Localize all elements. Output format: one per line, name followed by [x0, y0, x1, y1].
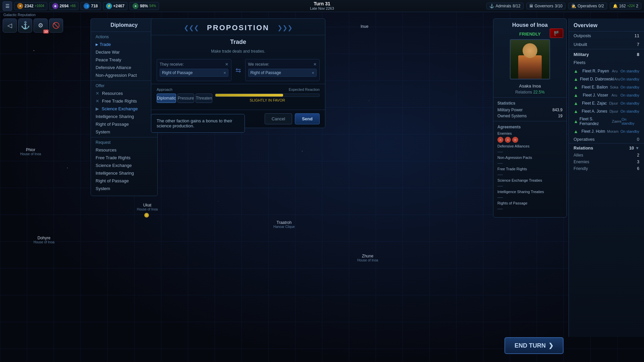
- resource-group-influence: ★ 2342 +1604: [14, 2, 47, 10]
- fleet-3-loc: Soka: [610, 85, 618, 89]
- offer-passage-label: Right of Passage: [96, 122, 129, 127]
- admirals-label: Admirals: [496, 4, 512, 8]
- fleet-arrow-1: ▲: [574, 68, 578, 74]
- notification-count: 2: [636, 4, 638, 8]
- fleet-7[interactable]: ▲ Fleet S. Fernandez Zaere On standby: [569, 115, 644, 127]
- approach-diplomatic[interactable]: Diplomatic: [157, 94, 176, 103]
- fleet-3[interactable]: ▲ Fleet E. Bailon Soka On standby: [569, 83, 644, 91]
- they-item-remove[interactable]: ✕: [223, 71, 226, 75]
- action-defensive-alliance[interactable]: Defensive Alliance: [91, 64, 157, 71]
- military-label: Military: [574, 52, 589, 57]
- tooltip-text: The other faction gains a bonus to their…: [157, 118, 232, 128]
- approach-threaten[interactable]: Threaten: [196, 94, 212, 103]
- request-intelligence[interactable]: Intelligence Sharing: [91, 169, 157, 177]
- approach-pressure[interactable]: Pressure: [177, 94, 194, 103]
- enemies-agreement-label: Enemies: [497, 131, 512, 135]
- allies-label: Allies: [574, 153, 583, 158]
- send-button[interactable]: Send: [295, 113, 320, 124]
- fleet-arrow-2: ▲: [574, 76, 578, 82]
- we-item-remove[interactable]: ✕: [312, 71, 314, 75]
- location-inue: Inue: [361, 24, 368, 29]
- intel-dash: —: [497, 194, 562, 200]
- fleet-4[interactable]: ▲ Fleet J. Visser Aru On standby: [569, 91, 644, 99]
- cancel-button[interactable]: Cancel: [265, 113, 292, 124]
- relations-overview-label: Relations: [574, 145, 593, 150]
- operatives-value: 0/2: [598, 4, 604, 8]
- fleet-7-loc: Zaere: [612, 119, 622, 123]
- request-resources[interactable]: Resources: [91, 146, 157, 154]
- request-system[interactable]: System: [91, 185, 157, 192]
- fleet-5-status: On standby: [621, 101, 639, 105]
- action-trade[interactable]: ▶ Trade: [91, 41, 157, 48]
- alert-button[interactable]: 🚫: [49, 18, 63, 33]
- approval-icon: ●: [132, 3, 139, 9]
- notification-group[interactable]: 🔔 162 +224 2: [610, 3, 641, 9]
- fleet-arrow-7: ▲: [574, 119, 578, 124]
- offer-free-trade[interactable]: ✕ Free Trade Rights: [91, 97, 157, 105]
- military-val: 8: [637, 52, 639, 57]
- offer-science-exchange[interactable]: ▶ Science Exchange: [91, 105, 157, 113]
- they-receive-close[interactable]: ✕: [225, 62, 228, 67]
- trade-label: Trade: [100, 42, 111, 47]
- offer-right-of-passage[interactable]: Right of Passage: [91, 120, 157, 128]
- stats-title: Statistics: [497, 100, 562, 107]
- action-non-aggression[interactable]: Non-Aggression Pact: [91, 71, 157, 79]
- they-receive-label: They receive:: [160, 62, 228, 67]
- fleet-arrow-6: ▲: [574, 109, 578, 114]
- offer-header: Offer: [91, 80, 157, 89]
- approach-label: Approach: [157, 87, 172, 92]
- offer-system[interactable]: System: [91, 128, 157, 136]
- governors-group[interactable]: 🏛 Governors 3/10: [526, 3, 566, 9]
- fleet-1[interactable]: ▲ Fleet R. Payen Aru On standby: [569, 67, 644, 75]
- operatives-overview-label: Operatives: [574, 137, 595, 142]
- outposts-row: Outposts 11: [569, 32, 644, 40]
- ship-icon: ⚓: [21, 21, 30, 30]
- prop-right-arrows: ❯❯❯: [277, 24, 292, 32]
- we-receive-label: We receive:: [248, 62, 317, 67]
- relations-expand[interactable]: ▼: [635, 146, 639, 150]
- offer-system-label: System: [96, 129, 110, 134]
- top-bar-right: ⚓ Admirals 8/12 🏛 Governors 3/10 🕵 Opera…: [486, 3, 641, 9]
- action-declare-war[interactable]: Declare War: [91, 48, 157, 56]
- request-free-trade[interactable]: Free Trade Rights: [91, 154, 157, 162]
- population-icon: 👥: [84, 3, 90, 9]
- fleet-6[interactable]: ▲ Fleet A. Jones Djuur On standby: [569, 107, 644, 115]
- admirals-group[interactable]: ⚓ Admirals 8/12: [486, 3, 524, 9]
- passage-dash: —: [497, 206, 562, 212]
- outposts-val: 11: [635, 33, 639, 38]
- resource-group-dust: ◆ 2694 +66: [49, 2, 79, 10]
- fleet-arrow-4: ▲: [574, 93, 578, 98]
- offer-resources[interactable]: ✕ Resources: [91, 89, 157, 97]
- portrait-body: [518, 55, 542, 79]
- request-right-of-passage[interactable]: Right of Passage: [91, 177, 157, 185]
- fleet-2[interactable]: ▲ Fleet D. Dabrowski Aru On standby: [569, 75, 644, 83]
- approach-section: Approach Expected Reaction Diplomatic Pr…: [151, 84, 325, 110]
- alert-icon: 🚫: [52, 22, 60, 29]
- fleet-5[interactable]: ▲ Fleet E. Zajac Djuur On standby: [569, 99, 644, 107]
- peace-treaty-label: Peace Treaty: [96, 57, 121, 62]
- location-traatroh: Traatroh Hanoar Clique: [273, 220, 295, 229]
- nav-button[interactable]: ◁: [3, 18, 17, 33]
- menu-button[interactable]: ☰: [3, 1, 12, 11]
- settings-button[interactable]: ⚙ 13: [34, 18, 48, 33]
- we-receive-close[interactable]: ✕: [313, 62, 317, 67]
- fleet-5-name: Fleet E. Zajac: [582, 101, 607, 106]
- request-science[interactable]: Science Exchange: [91, 162, 157, 169]
- ship-button[interactable]: ⚓: [18, 18, 32, 33]
- fleet-7-status: On standby: [622, 117, 639, 125]
- action-peace-treaty[interactable]: Peace Treaty: [91, 56, 157, 64]
- influence-icon: ★: [17, 3, 23, 9]
- operatives-group[interactable]: 🕵 Operatives 0/2: [568, 3, 607, 9]
- fleet-2-name: Fleet D. Dabrowski: [580, 77, 614, 81]
- request-resources-label: Resources: [96, 147, 116, 153]
- prop-title: PROPOSITION: [202, 21, 275, 35]
- offer-intelligence[interactable]: Intelligence Sharing: [91, 113, 157, 120]
- galactic-reputation: Galactic Reputation: [0, 12, 39, 17]
- enemy-icon-3: ☠: [512, 137, 518, 143]
- defensive-alliance-label: Defensive Alliance: [96, 65, 131, 70]
- end-turn-button[interactable]: END TURN ❯: [504, 337, 564, 354]
- enemy-icon-2: ⚔: [505, 137, 511, 143]
- fleet-8[interactable]: ▲ Fleet J. Holm Moram On standby: [569, 127, 644, 135]
- fleet-arrow-8: ▲: [574, 129, 578, 134]
- defensive-alliances-label: Defensive Alliances: [497, 144, 529, 148]
